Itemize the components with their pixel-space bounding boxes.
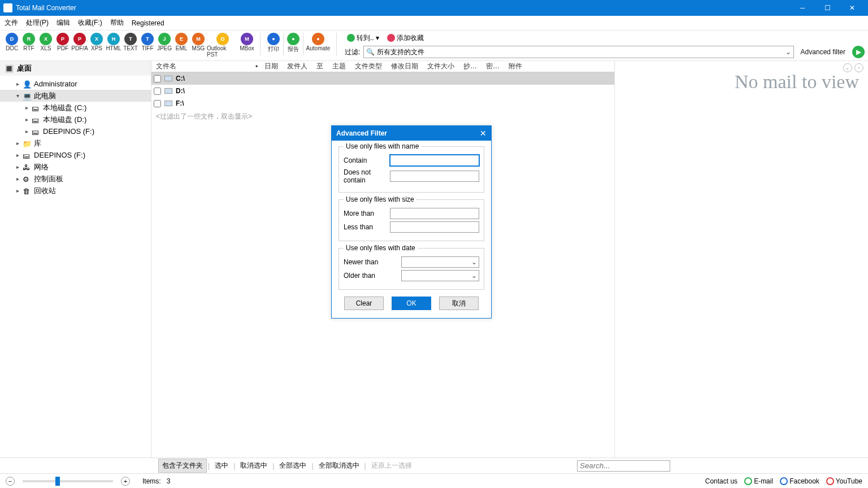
toolbar-jpeg[interactable]: JJPEG [156, 32, 173, 58]
tree-item[interactable]: ▸👤Administrator [0, 78, 151, 90]
menu-item[interactable]: 编辑 [57, 18, 70, 28]
file-row[interactable]: F:\ [151, 97, 614, 110]
toolbar-rtf[interactable]: RRTF [20, 32, 37, 58]
toolbar-doc[interactable]: DDOC [3, 32, 20, 58]
tree-item[interactable]: ▸🖴本地磁盘 (D:) [0, 114, 151, 125]
action-0[interactable]: 包含子文件夹 [158, 459, 207, 473]
sidebar: 🔳桌面 ▸👤Administrator▾💻此电脑▸🖴本地磁盘 (C:)▸🖴本地磁… [0, 61, 151, 457]
filtered-hint[interactable]: <过滤出了一些文件，双击显示> [151, 110, 614, 124]
tree-item[interactable]: ▸🗑回收站 [0, 185, 151, 197]
newer-than-label: Newer than [344, 258, 398, 266]
not-contain-input[interactable] [390, 171, 479, 182]
contain-input[interactable] [390, 155, 479, 166]
filter-combo[interactable]: 🔍所有支持的文件⌄ [363, 46, 793, 58]
tree-item[interactable]: ▸🖴本地磁盘 (C:) [0, 102, 151, 114]
column-headers[interactable]: 文件名• 日期发件人至 主题文件类型修改日期 文件大小抄…密…附件 [151, 61, 614, 72]
maximize-button[interactable]: ☐ [815, 0, 840, 16]
menu-item[interactable]: 收藏(F:) [78, 18, 102, 28]
prev-nav-down-icon[interactable]: ⌄ [843, 63, 852, 72]
row-checkbox[interactable] [154, 88, 161, 95]
prev-nav-next-icon[interactable]: › [854, 63, 863, 72]
group-name-legend: Use only files with name [344, 142, 421, 150]
email-link[interactable]: E-mail [744, 477, 773, 485]
toolbar-mbox[interactable]: MMBox [238, 32, 255, 58]
menu-item[interactable]: 处理(P) [26, 18, 49, 28]
tree-item[interactable]: ▸🖴DEEPINOS (F:) [0, 125, 151, 137]
zoom-out-button[interactable]: − [6, 477, 15, 486]
toolbar-html[interactable]: HHTML [105, 32, 122, 58]
restore-selection[interactable]: 还原上一选择 [367, 459, 416, 473]
toolbar-xls[interactable]: XXLS [37, 32, 54, 58]
file-row[interactable]: D:\ [151, 85, 614, 97]
menu-item[interactable]: 文件 [5, 18, 18, 28]
no-mail-message: No mail to view [735, 71, 859, 93]
close-button[interactable]: ✕ [840, 0, 865, 16]
minimize-button[interactable]: ─ [790, 0, 815, 16]
ok-button[interactable]: OK [392, 297, 431, 310]
items-count: 3 [167, 477, 171, 485]
toolbar-text[interactable]: TTEXT [122, 32, 139, 58]
row-checkbox[interactable] [154, 100, 161, 107]
toolbar-msg[interactable]: MMSG [190, 32, 207, 58]
file-row[interactable]: C:\ [151, 72, 614, 85]
more-than-input[interactable] [390, 208, 479, 219]
toolbar-pdf/a[interactable]: PPDF/A [71, 32, 88, 58]
goto-button[interactable]: 转到.. ▾ [345, 33, 381, 43]
dialog-title: Advanced Filter ✕ [332, 126, 491, 141]
less-than-input[interactable] [390, 221, 479, 233]
older-than-combo[interactable]: ⌄ [401, 270, 479, 281]
action-4[interactable]: 全部取消选中 [315, 459, 363, 473]
tree-item[interactable]: ▸📁库 [0, 137, 151, 149]
filter-label: 过滤: [345, 47, 360, 57]
drive-icon [164, 101, 172, 106]
drive-icon [164, 88, 172, 94]
facebook-link[interactable]: Facebook [780, 477, 819, 485]
not-contain-label: Does not contain [344, 168, 387, 184]
actionbar: 包含子文件夹|选中|取消选中|全部选中|全部取消选中|还原上一选择 [0, 457, 868, 473]
toolbar-outlook pst[interactable]: OOutlook PST [207, 32, 238, 58]
tree-item[interactable]: ▾💻此电脑 [0, 90, 151, 102]
search-input[interactable] [577, 460, 670, 472]
drive-icon [164, 76, 172, 81]
toolbar-xps[interactable]: XXPS [88, 32, 105, 58]
cancel-button[interactable]: 取消 [439, 297, 479, 310]
youtube-link[interactable]: YouTube [826, 477, 862, 485]
advanced-filter-dialog: Advanced Filter ✕ Use only files with na… [331, 125, 492, 319]
tree-item[interactable]: ▸🖴DEEPINOS (F:) [0, 149, 151, 161]
run-filter-button[interactable]: ▶ [852, 46, 865, 58]
group-date-legend: Use only files with date [344, 244, 418, 252]
add-fav-button[interactable]: 添加收藏 [385, 33, 426, 43]
group-size-legend: Use only files with size [344, 195, 416, 203]
row-checkbox[interactable] [154, 75, 161, 82]
action-1[interactable]: 选中 [211, 459, 232, 473]
app-title: Total Mail Converter [16, 4, 76, 12]
zoom-slider[interactable] [23, 480, 113, 482]
tree-item[interactable]: ▸⚙控制面板 [0, 173, 151, 185]
toolbar-报告[interactable]: ●报告 [285, 32, 302, 55]
clear-button[interactable]: Clear [344, 297, 384, 310]
menubar: 文件处理(P)编辑收藏(F:)帮助Registered [0, 16, 868, 30]
items-label: Items: [142, 477, 161, 485]
toolbar-eml[interactable]: EEML [173, 32, 190, 58]
menu-item[interactable]: 帮助 [110, 18, 124, 28]
advanced-filter-link[interactable]: Advanced filter [801, 48, 845, 56]
dialog-close-icon[interactable]: ✕ [480, 129, 487, 138]
toolbar-打印[interactable]: ●打印 [265, 32, 282, 55]
sidebar-header[interactable]: 🔳桌面 [0, 61, 151, 76]
tree-item[interactable]: ▸🖧网络 [0, 161, 151, 173]
contact-link[interactable]: Contact us [705, 477, 737, 485]
toolbar-tiff[interactable]: TTIFF [139, 32, 156, 58]
newer-than-combo[interactable]: ⌄ [401, 256, 479, 268]
zoom-in-button[interactable]: + [121, 477, 130, 486]
app-icon [3, 3, 12, 12]
action-2[interactable]: 取消选中 [236, 459, 271, 473]
contain-label: Contain [344, 156, 387, 164]
toolbar-pdf[interactable]: PPDF [54, 32, 71, 58]
toolbar: DDOCRRTFXXLSPPDFPPDF/AXXPSHHTMLTTEXTTTIF… [0, 30, 868, 61]
more-than-label: More than [344, 210, 387, 217]
less-than-label: Less than [344, 223, 387, 231]
action-3[interactable]: 全部选中 [275, 459, 310, 473]
menu-item[interactable]: Registered [132, 19, 164, 27]
statusbar: − + Items: 3 Contact us E-mail Facebook … [0, 473, 868, 488]
toolbar-automate[interactable]: ●Automate [305, 32, 332, 55]
